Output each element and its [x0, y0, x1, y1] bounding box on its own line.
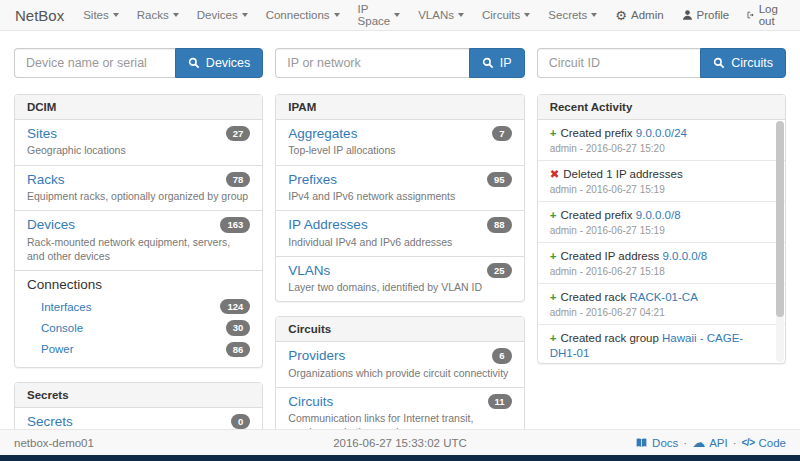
providers-link[interactable]: Providers [288, 348, 345, 363]
logout-button[interactable]: Log out [738, 0, 791, 31]
plus-icon: + [550, 250, 557, 262]
chevron-down-icon [394, 13, 400, 17]
nav-sites[interactable]: Sites [74, 0, 128, 31]
cloud-icon: ☁ [692, 436, 705, 449]
activity-object-link[interactable]: RACK-01-CA [629, 291, 697, 303]
footer-separator: · [733, 437, 737, 449]
delete-icon: ✖ [550, 168, 560, 180]
sites-desc: Geographic locations [27, 143, 250, 157]
docs-link[interactable]: Docs [635, 437, 678, 449]
code-link[interactable]: </> Code [742, 437, 786, 449]
circuits-link[interactable]: Circuits [288, 394, 333, 409]
sites-link[interactable]: Sites [27, 126, 57, 141]
nav-ip-space[interactable]: IP Space [349, 0, 410, 31]
chevron-down-icon [113, 13, 119, 17]
netbox-brand[interactable]: NetBox [9, 7, 74, 24]
activity-object-link[interactable]: 9.0.0.0/24 [636, 127, 687, 139]
activity-action: Created prefix [560, 209, 632, 221]
ipam-panel: IPAM Aggregates 7 Top-level IP allocatio… [275, 94, 524, 302]
device-search-button[interactable]: Devices [175, 48, 263, 78]
activity-row: +Created prefix 9.0.0.0/24 admin - 2016-… [538, 120, 785, 161]
list-item: Devices 163 Rack-mounted network equipme… [15, 211, 262, 271]
chevron-down-icon [334, 13, 340, 17]
activity-scrollbar-thumb[interactable] [776, 121, 784, 317]
profile-button[interactable]: Profile [673, 0, 739, 31]
footer-hostname: netbox-demo01 [14, 437, 94, 449]
nav-secrets[interactable]: Secrets [539, 0, 606, 31]
circuit-search-input[interactable] [537, 48, 701, 78]
logout-label: Log out [759, 3, 783, 27]
devices-link[interactable]: Devices [27, 217, 75, 232]
providers-count-badge: 6 [492, 348, 511, 363]
circuit-search-group: Circuits [537, 48, 786, 78]
activity-object-link[interactable]: 9.0.0.0/8 [636, 209, 681, 221]
api-label: API [709, 437, 728, 449]
chevron-down-icon [458, 13, 464, 17]
prefixes-count-badge: 95 [487, 172, 512, 187]
list-item: VLANs 25 Layer two domains, identified b… [276, 257, 523, 302]
circuit-search-button-label: Circuits [731, 56, 773, 70]
activity-meta: admin - 2016-06-27 15:20 [550, 143, 769, 154]
secrets-panel-title: Secrets [15, 383, 262, 408]
dcim-panel: DCIM Sites 27 Geographic locations Racks… [14, 94, 263, 368]
providers-desc: Organizations which provide circuit conn… [288, 366, 511, 380]
activity-object-link[interactable]: 9.0.0.0/8 [662, 250, 707, 262]
power-link[interactable]: Power [41, 343, 74, 355]
top-navbar: NetBox Sites Racks Devices Connections I… [0, 0, 800, 31]
racks-link[interactable]: Racks [27, 172, 65, 187]
nav-devices[interactable]: Devices [188, 0, 257, 31]
activity-action: Created rack [560, 291, 626, 303]
profile-label: Profile [697, 9, 730, 21]
devices-desc: Rack-mounted network equipment, servers,… [27, 235, 250, 263]
nav-racks-label: Racks [137, 9, 169, 21]
circuits-panel: Circuits Providers 6 Organizations which… [275, 316, 524, 447]
activity-meta: admin - 2016-06-27 15:19 [550, 184, 769, 195]
nav-circuits[interactable]: Circuits [473, 0, 539, 31]
circuits-panel-title: Circuits [276, 317, 523, 342]
search-icon [482, 57, 494, 69]
api-link[interactable]: ☁ API [692, 436, 728, 449]
logout-icon [747, 9, 754, 21]
ip-addresses-link[interactable]: IP Addresses [288, 217, 367, 232]
activity-row: +Created rack RACK-01-CA admin - 2016-06… [538, 284, 785, 325]
vlans-count-badge: 25 [487, 263, 512, 278]
activity-row: +Created rack group Hawaii - CAGE-DH1-01… [538, 325, 785, 363]
chevron-down-icon [242, 13, 248, 17]
list-item: Racks 78 Equipment racks, optionally org… [15, 166, 262, 212]
device-search-input[interactable] [14, 48, 175, 78]
search-icon [188, 57, 200, 69]
console-link[interactable]: Console [41, 322, 83, 334]
activity-row: ✖Deleted 1 IP addresses admin - 2016-06-… [538, 161, 785, 202]
secrets-link[interactable]: Secrets [27, 414, 73, 429]
aggregates-link[interactable]: Aggregates [288, 126, 357, 141]
list-item: Prefixes 95 IPv4 and IPv6 network assign… [276, 166, 523, 212]
circuit-search-button[interactable]: Circuits [700, 48, 786, 78]
user-icon [682, 9, 693, 21]
activity-action: Created prefix [560, 127, 632, 139]
interfaces-link[interactable]: Interfaces [41, 301, 92, 313]
gear-icon: ⚙ [615, 9, 627, 22]
recent-activity-panel: Recent Activity +Created prefix 9.0.0.0/… [537, 94, 786, 364]
nav-connections-label: Connections [266, 9, 330, 21]
activity-action: Created IP address [560, 250, 659, 262]
ip-search-button[interactable]: IP [469, 48, 525, 78]
prefixes-link[interactable]: Prefixes [288, 172, 337, 187]
admin-button[interactable]: ⚙ Admin [606, 0, 672, 31]
footer-bar: netbox-demo01 2016-06-27 15:33:02 UTC Do… [0, 429, 800, 455]
code-icon: </> [742, 437, 755, 448]
list-item: Aggregates 7 Top-level IP allocations [276, 120, 523, 166]
list-item: IP Addresses 88 Individual IPv4 and IPv6… [276, 211, 523, 257]
vlans-desc: Layer two domains, identified by VLAN ID [288, 280, 511, 294]
secrets-count-badge: 0 [231, 414, 250, 429]
nav-circuits-label: Circuits [482, 9, 520, 21]
ip-addresses-count-badge: 88 [487, 217, 512, 232]
plus-icon: + [550, 332, 557, 344]
vlans-link[interactable]: VLANs [288, 263, 330, 278]
footer-links: Docs · ☁ API · </> Code [635, 436, 786, 449]
nav-vlans[interactable]: VLANs [409, 0, 473, 31]
nav-racks[interactable]: Racks [128, 0, 188, 31]
nav-connections[interactable]: Connections [257, 0, 349, 31]
ip-search-input[interactable] [275, 48, 469, 78]
activity-meta: admin - 2016-06-27 15:19 [550, 225, 769, 236]
recent-activity-title: Recent Activity [538, 95, 785, 120]
